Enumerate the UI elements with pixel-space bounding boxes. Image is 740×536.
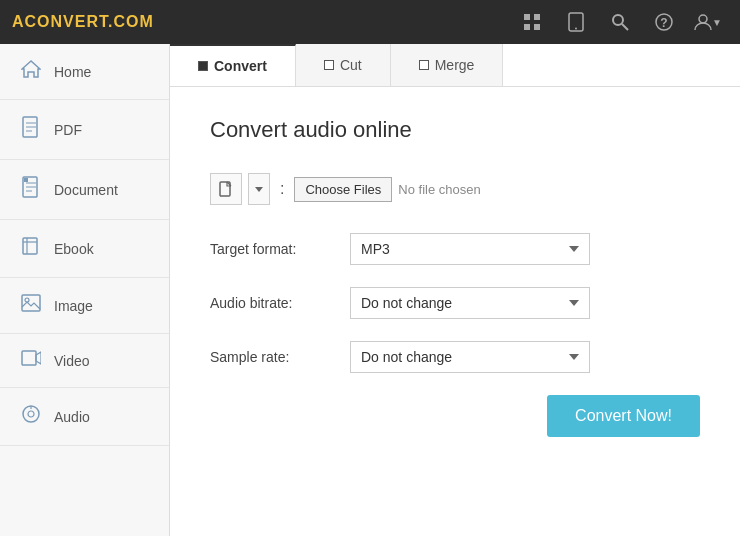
tab-convert[interactable]: Convert xyxy=(170,44,296,86)
audio-bitrate-select-wrapper: Do not change 64 kbps 128 kbps 192 kbps … xyxy=(350,287,590,319)
sidebar-item-pdf[interactable]: PDF xyxy=(0,100,169,160)
audio-bitrate-label: Audio bitrate: xyxy=(210,295,350,311)
home-icon xyxy=(20,60,42,83)
tab-convert-indicator xyxy=(198,61,208,71)
user-icon-button[interactable]: ▼ xyxy=(688,0,728,44)
tablet-icon xyxy=(568,12,584,32)
audio-bitrate-select[interactable]: Do not change 64 kbps 128 kbps 192 kbps … xyxy=(350,287,590,319)
new-file-button[interactable] xyxy=(210,173,242,205)
tab-merge[interactable]: Merge xyxy=(391,44,504,86)
file-dropdown-button[interactable] xyxy=(248,173,270,205)
svg-point-20 xyxy=(28,411,34,417)
tab-cut[interactable]: Cut xyxy=(296,44,391,86)
sidebar-label-ebook: Ebook xyxy=(54,241,94,257)
user-icon xyxy=(694,13,712,31)
grid-icon-button[interactable] xyxy=(512,0,552,44)
convert-now-button[interactable]: Convert Now! xyxy=(547,395,700,437)
grid-icon xyxy=(523,13,541,31)
user-dropdown-arrow: ▼ xyxy=(712,17,722,28)
target-format-select[interactable]: MP3 WAV OGG FLAC AAC WMA M4A xyxy=(350,233,590,265)
sample-rate-row: Sample rate: Do not change 8000 Hz 11025… xyxy=(210,341,700,373)
svg-rect-1 xyxy=(534,14,540,20)
sidebar-item-audio[interactable]: Audio xyxy=(0,388,169,446)
sidebar-item-video[interactable]: Video xyxy=(0,334,169,388)
file-row: : Choose Files No file chosen xyxy=(210,173,700,205)
svg-text:?: ? xyxy=(660,16,667,30)
tab-convert-label: Convert xyxy=(214,58,267,74)
search-icon xyxy=(611,13,629,31)
choose-files-button[interactable]: Choose Files xyxy=(294,177,392,202)
document-icon xyxy=(20,176,42,203)
sidebar-label-pdf: PDF xyxy=(54,122,82,138)
tab-cut-indicator xyxy=(324,60,334,70)
convert-btn-row: Convert Now! xyxy=(210,395,700,437)
search-icon-button[interactable] xyxy=(600,0,640,44)
svg-point-10 xyxy=(699,15,707,23)
header-icons: ? ▼ xyxy=(512,0,728,44)
svg-rect-0 xyxy=(524,14,530,20)
help-icon: ? xyxy=(655,13,673,31)
page-content: Convert audio online : Cho xyxy=(170,87,740,536)
sidebar-item-ebook[interactable]: Ebook xyxy=(0,220,169,278)
file-icon xyxy=(219,181,233,197)
svg-rect-14 xyxy=(23,238,37,254)
sample-rate-label: Sample rate: xyxy=(210,349,350,365)
sidebar-item-home[interactable]: Home xyxy=(0,44,169,100)
target-format-row: Target format: MP3 WAV OGG FLAC AAC WMA … xyxy=(210,233,700,265)
target-format-label: Target format: xyxy=(210,241,350,257)
svg-line-7 xyxy=(622,24,628,30)
tab-merge-label: Merge xyxy=(435,57,475,73)
tablet-icon-button[interactable] xyxy=(556,0,596,44)
pdf-icon xyxy=(20,116,42,143)
sidebar-label-video: Video xyxy=(54,353,90,369)
sidebar-item-document[interactable]: Document xyxy=(0,160,169,220)
logo: ACONVERT.COM xyxy=(12,13,154,31)
target-format-select-wrapper: MP3 WAV OGG FLAC AAC WMA M4A xyxy=(350,233,590,265)
sidebar-label-image: Image xyxy=(54,298,93,314)
page-title: Convert audio online xyxy=(210,117,700,143)
header: ACONVERT.COM ? xyxy=(0,0,740,44)
sidebar-item-image[interactable]: Image xyxy=(0,278,169,334)
tab-cut-label: Cut xyxy=(340,57,362,73)
logo-highlight: O xyxy=(37,13,50,30)
sidebar-label-home: Home xyxy=(54,64,91,80)
svg-rect-13 xyxy=(24,178,28,182)
sidebar-label-document: Document xyxy=(54,182,118,198)
main-layout: Home PDF Document Ebook Image xyxy=(0,44,740,536)
svg-rect-16 xyxy=(22,295,40,311)
svg-rect-18 xyxy=(22,351,36,365)
sidebar-label-audio: Audio xyxy=(54,409,90,425)
svg-rect-3 xyxy=(534,24,540,30)
svg-point-5 xyxy=(575,28,577,30)
sidebar: Home PDF Document Ebook Image xyxy=(0,44,170,536)
help-icon-button[interactable]: ? xyxy=(644,0,684,44)
content-area: Convert Cut Merge Convert audio online xyxy=(170,44,740,536)
svg-rect-2 xyxy=(524,24,530,30)
svg-point-6 xyxy=(613,15,623,25)
sample-rate-select-wrapper: Do not change 8000 Hz 11025 Hz 22050 Hz … xyxy=(350,341,590,373)
ebook-icon xyxy=(20,236,42,261)
tabs: Convert Cut Merge xyxy=(170,44,740,87)
sample-rate-select[interactable]: Do not change 8000 Hz 11025 Hz 22050 Hz … xyxy=(350,341,590,373)
audio-bitrate-row: Audio bitrate: Do not change 64 kbps 128… xyxy=(210,287,700,319)
tab-merge-indicator xyxy=(419,60,429,70)
video-icon xyxy=(20,350,42,371)
audio-icon xyxy=(20,404,42,429)
logo-ac: AC xyxy=(12,13,37,30)
logo-rest: NVERT.COM xyxy=(51,13,154,30)
colon-separator: : xyxy=(280,180,284,198)
image-icon xyxy=(20,294,42,317)
convert-now-label: Convert Now! xyxy=(575,407,672,424)
no-file-text: No file chosen xyxy=(398,182,480,197)
chevron-down-icon xyxy=(255,187,263,192)
